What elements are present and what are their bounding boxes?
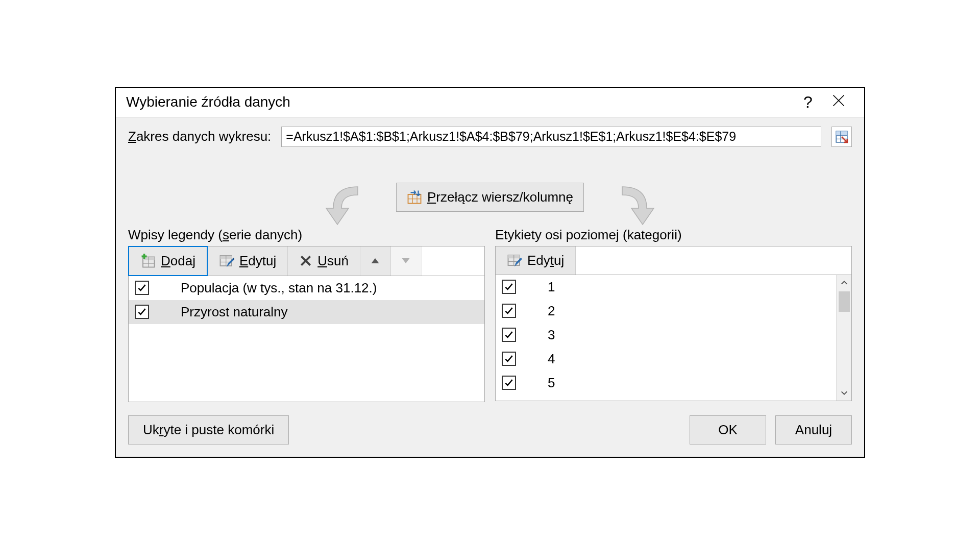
svg-rect-3 xyxy=(836,131,847,136)
range-picker-button[interactable] xyxy=(831,127,852,147)
switch-row-column-button[interactable]: Przełącz wiersz/kolumnę xyxy=(396,183,584,212)
arrow-left-icon xyxy=(322,183,373,231)
chevron-up-icon xyxy=(840,279,848,287)
footer: Ukryte i puste komórki OK Anuluj xyxy=(128,415,852,444)
series-item-label: Populacja (w tys., stan na 31.12.) xyxy=(181,280,377,296)
close-button[interactable] xyxy=(823,93,854,111)
checkbox[interactable] xyxy=(502,304,516,318)
cancel-button[interactable]: Anuluj xyxy=(775,415,852,444)
legend-series-label: Wpisy legendy (serie danych) xyxy=(128,227,485,243)
add-series-button[interactable]: Dodaj xyxy=(128,246,208,276)
checkbox[interactable] xyxy=(502,376,516,390)
checkbox[interactable] xyxy=(135,305,149,319)
range-picker-icon xyxy=(835,130,848,143)
chart-data-range-row: Zakres danych wykresu: xyxy=(128,127,852,147)
columns: Wpisy legendy (serie danych) xyxy=(128,227,852,402)
category-item-label: 2 xyxy=(548,303,555,319)
scroll-up-button[interactable] xyxy=(837,275,851,290)
category-item-label: 5 xyxy=(548,375,555,391)
series-item[interactable]: Populacja (w tys., stan na 31.12.) xyxy=(129,276,484,300)
edit-button-label: Edytuj xyxy=(239,253,276,269)
checkbox[interactable] xyxy=(135,281,149,295)
switch-button-label: Przełącz wiersz/kolumnę xyxy=(427,189,573,205)
checkbox[interactable] xyxy=(502,352,516,366)
category-item-label: 1 xyxy=(548,279,555,295)
category-item-label: 4 xyxy=(548,351,555,367)
titlebar: Wybieranie źródła danych ? xyxy=(116,88,864,117)
scrollbar[interactable] xyxy=(836,275,851,401)
hidden-empty-cells-button[interactable]: Ukryte i puste komórki xyxy=(128,415,289,444)
series-listbox[interactable]: Populacja (w tys., stan na 31.12.)Przyro… xyxy=(128,276,485,402)
series-toolbar: Dodaj Ed xyxy=(128,246,485,276)
category-item[interactable]: 5 xyxy=(496,371,851,395)
scroll-down-button[interactable] xyxy=(837,385,851,401)
chart-data-range-label: Zakres danych wykresu: xyxy=(128,129,271,144)
add-icon xyxy=(140,253,156,268)
edit-categories-label: Edytuj xyxy=(527,253,564,268)
checkbox[interactable] xyxy=(502,280,516,294)
select-data-source-dialog: Wybieranie źródła danych ? Zakres danych… xyxy=(115,87,865,458)
categories-listbox[interactable]: 12345 xyxy=(495,275,852,401)
axis-labels-column: Etykiety osi poziomej (kategorii) xyxy=(495,227,852,402)
category-item[interactable]: 3 xyxy=(496,323,851,347)
close-icon xyxy=(831,93,846,108)
edit-icon xyxy=(507,253,522,268)
category-item[interactable]: 1 xyxy=(496,275,851,299)
remove-button-label: Usuń xyxy=(317,253,349,269)
checkbox[interactable] xyxy=(502,328,516,342)
category-item[interactable]: 4 xyxy=(496,347,851,371)
triangle-down-icon xyxy=(401,256,411,266)
help-button[interactable]: ? xyxy=(793,93,823,112)
series-item[interactable]: Przyrost naturalny xyxy=(129,300,484,324)
dialog-title: Wybieranie źródła danych xyxy=(126,94,793,110)
svg-marker-21 xyxy=(372,258,379,263)
remove-icon xyxy=(299,254,312,267)
chevron-down-icon xyxy=(840,389,848,397)
edit-icon xyxy=(219,253,234,268)
categories-toolbar: Edytuj xyxy=(495,246,852,275)
series-item-label: Przyrost naturalny xyxy=(181,304,288,320)
axis-labels-label: Etykiety osi poziomej (kategorii) xyxy=(495,227,852,243)
triangle-up-icon xyxy=(370,256,380,266)
chart-data-range-input[interactable] xyxy=(281,127,821,147)
category-item[interactable]: 2 xyxy=(496,299,851,323)
scroll-thumb[interactable] xyxy=(839,291,850,312)
svg-marker-22 xyxy=(402,258,410,263)
switch-icon xyxy=(407,189,422,205)
move-down-button xyxy=(391,246,422,276)
legend-series-column: Wpisy legendy (serie danych) xyxy=(128,227,485,402)
move-up-button[interactable] xyxy=(360,246,391,276)
edit-series-button[interactable]: Edytuj xyxy=(208,246,288,276)
ok-button[interactable]: OK xyxy=(690,415,766,444)
remove-series-button[interactable]: Usuń xyxy=(288,246,360,276)
category-item-label: 3 xyxy=(548,327,555,343)
edit-categories-button[interactable]: Edytuj xyxy=(496,246,576,275)
switch-row-column-row: Przełącz wiersz/kolumnę xyxy=(128,183,852,212)
add-button-label: Dodaj xyxy=(161,253,195,269)
dialog-content: Zakres danych wykresu: xyxy=(116,117,864,457)
arrow-right-icon xyxy=(607,183,658,231)
